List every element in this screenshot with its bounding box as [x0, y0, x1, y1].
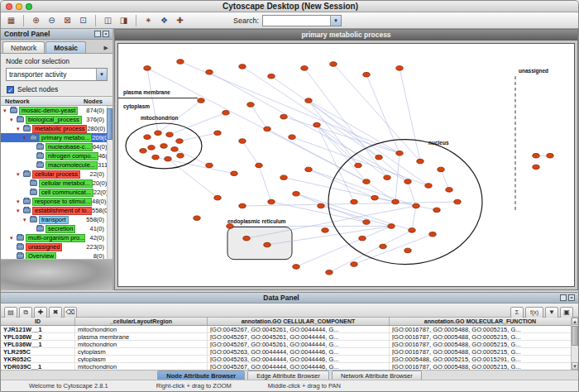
graph-node[interactable] — [438, 167, 444, 171]
column-header[interactable]: annotation.GO MOLECULAR_FUNCTION — [390, 318, 572, 325]
network-view-titlebar[interactable]: primary metabolic process — [115, 30, 577, 41]
graph-node[interactable] — [425, 184, 432, 188]
attribute-copy-icon[interactable]: ⧉ — [19, 307, 32, 318]
region-endoplasmic-reticulum[interactable] — [227, 227, 292, 259]
attribute-new-icon[interactable]: ✚ — [34, 307, 47, 318]
attribute-select-icon[interactable]: ▤ — [4, 307, 17, 318]
graph-node[interactable] — [388, 224, 395, 228]
plugin-manager-icon[interactable]: ✚ — [173, 14, 187, 27]
tree-row[interactable]: secretion41(0) — [1, 224, 112, 233]
graph-node[interactable] — [409, 228, 415, 232]
graph-node[interactable] — [376, 155, 382, 159]
table-cell[interactable]: [GO:0045267, GO:0045261, GO:0044444, G..… — [208, 333, 390, 340]
graph-node[interactable] — [214, 195, 221, 199]
tab-mosaic[interactable]: Mosaic — [45, 41, 86, 53]
expander-icon[interactable]: ▾ — [17, 124, 23, 133]
expander-icon[interactable]: ▾ — [10, 115, 17, 124]
expander-icon[interactable]: ▾ — [3, 106, 10, 115]
tree-row[interactable]: ▾mosaic-demo-yeast874(0) — [1, 106, 112, 115]
table-cell[interactable]: YLR295C — [1, 348, 75, 355]
table-cell[interactable]: [GO:0016787, GO:0005488, GO:0005215, G..… — [390, 326, 572, 332]
graph-node[interactable] — [144, 135, 151, 139]
graph-edge[interactable] — [251, 104, 267, 128]
tree-scrollbar[interactable] — [107, 106, 112, 259]
graph-node[interactable] — [289, 135, 295, 139]
table-cell[interactable]: [GO:0045267, GO:0044444, GO:0044446, G..… — [208, 363, 390, 370]
snapshot-icon[interactable]: ✴ — [141, 14, 156, 27]
graph-edge[interactable] — [408, 182, 416, 206]
graph-edge[interactable] — [412, 206, 416, 230]
table-cell[interactable]: [GO:0016787, GO:0005488, GO:0005215, G..… — [390, 363, 572, 370]
tree-row[interactable]: ▾primary metabo...209(0) — [1, 133, 112, 142]
graph-node[interactable] — [198, 98, 204, 103]
zoom-in-icon[interactable]: ⊕ — [29, 14, 43, 27]
graph-node[interactable] — [313, 122, 320, 127]
graph-node[interactable] — [177, 60, 184, 64]
graph-node[interactable] — [166, 132, 173, 136]
vizmapper-icon[interactable]: ❖ — [157, 14, 171, 27]
graph-node[interactable] — [363, 179, 370, 184]
graph-node[interactable] — [547, 153, 553, 157]
table-cell[interactable]: cytoplasm — [75, 348, 208, 355]
network-panel-icon[interactable]: ▦ — [4, 14, 18, 27]
graph-node[interactable] — [396, 66, 403, 70]
equation-builder-icon[interactable]: Σ — [510, 307, 524, 318]
graph-edge[interactable] — [441, 170, 449, 189]
graph-node[interactable] — [227, 224, 233, 228]
expander-icon[interactable]: ▾ — [23, 215, 30, 224]
table-cell[interactable]: [GO:0005488, GO:0005215, GO:0015291, G..… — [390, 356, 572, 362]
zoom-fit-icon[interactable]: ⊡ — [76, 14, 90, 27]
graph-node[interactable] — [177, 153, 184, 157]
table-cell[interactable]: [GO:0045263, GO:0044444, GO:0044446, G..… — [208, 348, 390, 355]
graph-edge[interactable] — [242, 141, 259, 165]
scroll-down-icon[interactable]: ▼ — [572, 362, 578, 370]
tree-row[interactable]: nucleobase-c...64(0) — [1, 142, 112, 151]
graph-node[interactable] — [318, 203, 324, 208]
graph-node[interactable] — [176, 139, 183, 143]
graph-node[interactable] — [363, 220, 370, 224]
graph-node[interactable] — [301, 66, 308, 70]
graph-node[interactable] — [140, 149, 146, 153]
graph-node[interactable] — [264, 127, 270, 131]
close-data-panel-icon[interactable]: × — [568, 294, 575, 301]
open-attributes-icon[interactable]: ▣ — [560, 307, 573, 318]
table-cell[interactable]: YKR052C — [1, 356, 75, 362]
table-cell[interactable]: YJR121W__1 — [1, 326, 75, 332]
graph-node[interactable] — [171, 147, 178, 151]
table-row[interactable]: YDR039C__1mitochondrion[GO:0045267, GO:0… — [1, 363, 578, 370]
table-cell[interactable]: [GO:0016787, GO:0005488, GO:0005215, G..… — [390, 348, 572, 355]
graph-node[interactable] — [305, 167, 312, 171]
column-header[interactable]: _cellularLayoutRegion — [75, 318, 208, 325]
graph-node[interactable] — [155, 131, 161, 135]
graph-edge[interactable] — [395, 153, 400, 202]
control-panel-header[interactable]: Control Panel × — [1, 29, 112, 40]
table-cell[interactable]: [GO:0016787, GO:0005488, GO:0005215, G..… — [390, 333, 572, 340]
graph-node[interactable] — [243, 236, 250, 240]
graph-node[interactable] — [404, 179, 411, 184]
graph-node[interactable] — [194, 216, 200, 220]
table-row[interactable]: YKR052Ccytoplasm[GO:0045263, GO:0044444,… — [1, 356, 578, 363]
graph-edge[interactable] — [209, 72, 408, 181]
table-cell[interactable]: [GO:0045267, GO:0045261, GO:0044444, G..… — [208, 341, 390, 347]
table-cell[interactable]: cytoplasm — [75, 356, 208, 362]
graph-node[interactable] — [305, 98, 312, 103]
graph-edge[interactable] — [259, 165, 271, 202]
attribute-trash-icon[interactable]: ⌫ — [64, 307, 77, 318]
graph-node[interactable] — [413, 203, 419, 208]
expander-icon[interactable]: ▾ — [10, 233, 17, 242]
graph-node[interactable] — [239, 203, 246, 208]
graph-node[interactable] — [206, 163, 213, 167]
tree-row[interactable]: ▾biological_process376(0) — [1, 115, 112, 124]
table-row[interactable]: YLR295Ccytoplasm[GO:0045263, GO:0044444,… — [1, 348, 578, 356]
graph-node[interactable] — [280, 114, 287, 118]
graph-edge[interactable] — [321, 206, 391, 226]
graph-edge[interactable] — [309, 101, 400, 154]
expander-icon[interactable]: ▾ — [17, 197, 23, 206]
graph-node[interactable] — [160, 144, 167, 148]
table-cell[interactable]: [GO:0016787, GO:0005488, GO:0005215, G..… — [390, 341, 572, 347]
float-panel-icon[interactable] — [94, 31, 101, 37]
graph-node[interactable] — [223, 111, 229, 115]
attribute-delete-icon[interactable]: ✖ — [49, 307, 62, 318]
graph-edge[interactable] — [317, 125, 366, 182]
graph-node[interactable] — [446, 188, 452, 192]
